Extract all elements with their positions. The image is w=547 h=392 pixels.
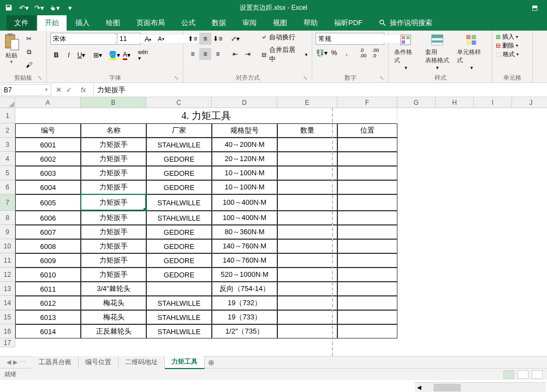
sheet-nav-menu-icon[interactable]: ⋯ — [20, 359, 26, 366]
cell[interactable]: 6012 — [15, 296, 81, 310]
cell[interactable] — [337, 253, 397, 268]
cell[interactable]: 6009 — [15, 253, 81, 268]
touch-mode-icon[interactable]: ▾ — [49, 2, 60, 13]
cell[interactable]: 位置 — [337, 123, 397, 138]
cell[interactable] — [277, 152, 337, 166]
phonetic-icon[interactable]: wén▾ — [137, 49, 149, 61]
cell[interactable]: 厂家 — [146, 123, 212, 138]
tab-layout[interactable]: 页面布局 — [129, 15, 173, 31]
font-color-icon[interactable]: A▾ — [121, 49, 133, 61]
sheet-nav-last-icon[interactable]: ▶ — [13, 359, 17, 366]
align-middle-icon[interactable]: ≡ — [199, 33, 211, 45]
row-header-16[interactable]: 16 — [0, 324, 15, 338]
cell[interactable]: 力矩扳手 — [81, 268, 146, 282]
row-header-3[interactable]: 3 — [0, 138, 15, 152]
wrap-text-button[interactable]: ⤶自动换行 — [261, 33, 308, 42]
cell[interactable]: 10～100N·M — [212, 180, 277, 194]
cell[interactable] — [277, 253, 337, 268]
format-painter-icon[interactable]: 🖌 — [23, 59, 35, 71]
tab-insert[interactable]: 插入 — [68, 15, 97, 31]
cell[interactable] — [277, 310, 337, 324]
cell[interactable]: GEDORE — [146, 166, 212, 180]
qat-customize-icon[interactable]: ▾ — [64, 2, 75, 13]
cell[interactable] — [277, 138, 337, 152]
tab-home[interactable]: 开始 — [37, 15, 67, 31]
tab-draw[interactable]: 绘图 — [98, 15, 128, 31]
cell[interactable] — [337, 324, 397, 338]
font-launcher-icon[interactable]: ⤡ — [174, 75, 179, 81]
row-header-17[interactable]: 17 — [0, 338, 15, 347]
row-header-8[interactable]: 8 — [0, 211, 15, 225]
row-header-4[interactable]: 4 — [0, 152, 15, 166]
cell[interactable]: 6003 — [15, 166, 81, 180]
cell[interactable]: 数量 — [277, 123, 337, 138]
cell[interactable] — [337, 152, 397, 166]
bold-icon[interactable]: B — [50, 49, 62, 61]
cell[interactable]: GEDORE — [146, 239, 212, 253]
cell[interactable]: STAHLWILLE — [146, 296, 212, 310]
cell[interactable]: 100～400N·M — [212, 194, 277, 211]
select-all-corner[interactable] — [0, 97, 15, 108]
cell[interactable]: GEDORE — [146, 268, 212, 282]
cell[interactable] — [337, 239, 397, 253]
cell[interactable]: 编号 — [15, 123, 81, 138]
row-header-15[interactable]: 15 — [0, 310, 15, 324]
cell[interactable]: 梅花头 — [81, 296, 146, 310]
fx-icon[interactable]: fx — [76, 86, 90, 94]
cell[interactable]: STAHLWILLE — [146, 310, 212, 324]
new-sheet-icon[interactable]: ⊕ — [205, 358, 218, 367]
clipboard-launcher-icon[interactable]: ⤡ — [38, 75, 42, 81]
cell[interactable]: 4. 力矩工具 — [15, 108, 397, 123]
cell[interactable]: 力矩扳手 — [81, 138, 146, 152]
cell-styles-button[interactable]: 单元格样式▼ — [455, 33, 489, 72]
cell[interactable]: 6014 — [15, 324, 81, 338]
italic-icon[interactable]: I — [63, 49, 75, 61]
page-layout-view-icon[interactable] — [518, 370, 528, 379]
cell[interactable] — [277, 268, 337, 282]
cell[interactable] — [337, 194, 397, 211]
row-header-13[interactable]: 13 — [0, 282, 15, 296]
undo-icon[interactable]: ↶▾ — [19, 2, 29, 13]
cell[interactable]: 力矩扳手 — [81, 211, 146, 225]
cell[interactable]: GEDORE — [146, 225, 212, 239]
cell[interactable] — [277, 239, 337, 253]
cell[interactable] — [277, 166, 337, 180]
number-format-combo[interactable]: ▼ — [316, 33, 384, 45]
tab-formula[interactable]: 公式 — [174, 15, 203, 31]
sheet-tab-3[interactable]: 二维码地址 — [118, 356, 165, 369]
redo-icon[interactable]: ↷▾ — [34, 2, 45, 13]
name-box[interactable]: B7▼ — [1, 84, 51, 96]
cell[interactable]: GEDORE — [146, 152, 212, 166]
tab-file[interactable]: 文件 — [7, 15, 36, 31]
tab-pdf[interactable]: 福昕PDF — [326, 15, 370, 31]
underline-icon[interactable]: U▾ — [75, 49, 87, 61]
cell[interactable]: 6002 — [15, 152, 81, 166]
row-header-5[interactable]: 5 — [0, 166, 15, 180]
cell[interactable]: 反向（754-14） — [212, 282, 277, 296]
align-launcher-icon[interactable]: ⤡ — [303, 75, 307, 81]
accounting-format-icon[interactable]: 💱▾ — [316, 47, 328, 59]
cell[interactable]: 名称 — [81, 123, 146, 138]
decrease-font-icon[interactable]: A▾ — [155, 33, 167, 45]
cell[interactable]: 力矩扳手 — [81, 166, 146, 180]
cell[interactable]: 100～400N·M — [212, 211, 277, 225]
increase-font-icon[interactable]: A▴ — [142, 33, 154, 45]
cell[interactable]: 力矩扳手 — [81, 152, 146, 166]
cell[interactable]: 80～360N·M — [212, 225, 277, 239]
ribbon-options-icon[interactable]: ⬒ — [522, 0, 547, 15]
page-break-view-icon[interactable] — [532, 370, 543, 379]
enter-icon[interactable]: ✓ — [66, 86, 72, 94]
cell[interactable] — [337, 268, 397, 282]
cell[interactable]: 6013 — [15, 310, 81, 324]
cell[interactable]: 梅花头 — [81, 310, 146, 324]
align-left-icon[interactable]: ≡ — [187, 48, 199, 60]
cell[interactable] — [337, 296, 397, 310]
cell[interactable]: STAHLWILLE — [146, 211, 212, 225]
comma-icon[interactable]: , — [341, 47, 353, 59]
cell[interactable]: 19（732） — [212, 296, 277, 310]
cell[interactable]: 6006 — [15, 211, 81, 225]
row-header-9[interactable]: 9 — [0, 225, 15, 239]
row-header-7[interactable]: 7 — [0, 194, 15, 211]
cell[interactable] — [277, 282, 337, 296]
formula-input[interactable] — [94, 86, 547, 94]
